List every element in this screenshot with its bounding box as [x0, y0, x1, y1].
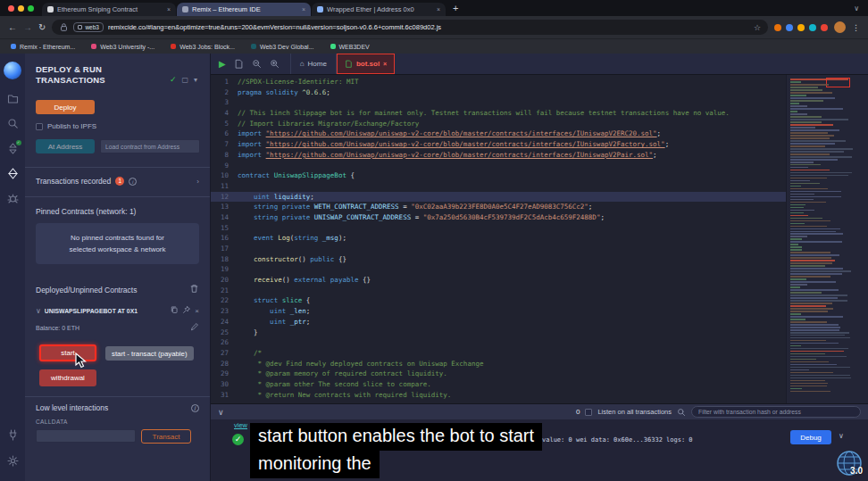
zoom-window-button[interactable]: [28, 5, 34, 12]
zoom-in-icon[interactable]: [270, 59, 280, 69]
tab-close-icon[interactable]: ×: [167, 6, 171, 12]
start-tooltip: start - transact (payable): [105, 346, 194, 361]
code-line: 2pragma solidity ^0.6.6;: [211, 87, 786, 98]
code-line: 22 struct slice {: [211, 295, 786, 306]
code-line: 28 * @dev Find newly deployed contracts …: [211, 359, 786, 369]
publish-ipfs-checkbox[interactable]: [36, 123, 43, 130]
solidity-compiler-icon[interactable]: ✓: [7, 143, 19, 154]
code-editor[interactable]: 1//SPDX-License-Identifier: MIT2pragma s…: [211, 75, 868, 403]
debugger-icon[interactable]: [7, 193, 19, 204]
script-icon[interactable]: [234, 59, 244, 69]
at-address-button[interactable]: At Address: [36, 139, 95, 153]
expand-log-icon[interactable]: ∨: [839, 432, 844, 440]
profile-avatar[interactable]: [834, 21, 846, 33]
extension-icon[interactable]: [774, 24, 781, 31]
group-label: web3: [85, 24, 99, 30]
code-line: 31 * @return New contracts with required…: [211, 390, 786, 401]
calldata-input[interactable]: [36, 429, 136, 443]
tab-home[interactable]: ⌂ Home: [290, 54, 337, 74]
run-icon[interactable]: ▶: [219, 60, 226, 69]
pin-icon[interactable]: [182, 305, 191, 316]
tx-log-line: value: 0 wei data: 0x60e...36332 logs: 0: [542, 436, 693, 444]
browser-tab[interactable]: Wrapped Ether | Address 0x0×: [312, 3, 446, 16]
settings-icon[interactable]: [7, 455, 19, 467]
minimap[interactable]: [786, 75, 868, 403]
balance-label: Balance: 0 ETH: [36, 325, 79, 331]
code-line: 5// Import Libraries Migrator/Exchange/F…: [211, 119, 786, 129]
code-line: 11: [211, 181, 786, 192]
transactions-count-badge: 1: [115, 177, 124, 186]
extension-icon[interactable]: [809, 24, 816, 31]
bookmark-item[interactable]: Web3 University -...: [91, 44, 154, 50]
code-line: 27 /*: [211, 348, 786, 359]
panel-expand-icon[interactable]: ▢: [181, 76, 188, 84]
tab-close-icon[interactable]: ×: [383, 61, 387, 67]
tab-group-chip[interactable]: web3: [73, 22, 104, 32]
browser-tab[interactable]: Remix – Ethereum IDE×: [177, 3, 311, 16]
trash-icon[interactable]: [189, 284, 199, 295]
tab-bot-sol[interactable]: bot.sol ×: [337, 54, 395, 74]
transactions-recorded-label: Transactions recorded: [36, 177, 111, 186]
tab-search-icon[interactable]: ∨: [854, 4, 868, 16]
start-button[interactable]: start: [39, 344, 96, 361]
panel-more-icon[interactable]: ▾: [194, 76, 197, 84]
forward-icon[interactable]: →: [23, 23, 32, 32]
info-icon: i: [129, 178, 137, 186]
code-line: 14 string private UNISWAP_CONTRACT_ADDRE…: [211, 212, 786, 223]
minimize-window-button[interactable]: [18, 5, 24, 12]
deployed-contracts-title: Deployed/Unpinned Contracts: [36, 284, 199, 295]
chevron-down-icon[interactable]: ∨: [36, 307, 41, 315]
debug-button[interactable]: Debug: [790, 430, 831, 444]
edit-pencil-icon[interactable]: [190, 322, 199, 333]
extension-icon[interactable]: [821, 24, 828, 31]
deploy-and-run-icon[interactable]: [7, 168, 19, 179]
bookmark-item[interactable]: Remix - Ethereum...: [11, 44, 75, 50]
code-line: 19: [211, 264, 786, 275]
close-window-button[interactable]: [8, 5, 14, 12]
bookmarks-bar: Remix - Ethereum...Web3 University -...W…: [0, 38, 868, 54]
reload-icon[interactable]: ↻: [38, 23, 46, 32]
zoom-out-icon[interactable]: [252, 59, 262, 69]
bookmark-star-icon[interactable]: ☆: [754, 23, 761, 32]
bookmark-item[interactable]: Web3 Dev Global...: [251, 44, 314, 50]
editor-area: ▶ ⌂ Home bot.sol ×: [211, 54, 868, 481]
extension-icon[interactable]: [786, 24, 793, 31]
code-line: 24 uint _ptr;: [211, 317, 786, 328]
omnibox[interactable]: web3 remixcide.co/#lang=en&optimize=true…: [52, 20, 768, 35]
bookmark-label: Web3 Jobs: Block...: [179, 44, 235, 50]
plugin-manager-icon[interactable]: [7, 429, 19, 441]
terminal-filter-input[interactable]: [691, 406, 861, 418]
copy-icon[interactable]: [170, 305, 179, 316]
tab-close-icon[interactable]: ×: [302, 6, 305, 12]
web3-watermark: 3.0: [835, 449, 864, 477]
deploy-run-panel: DEPLOY & RUN TRANSACTIONS ✓ ▢ ▾ Deploy P…: [25, 54, 211, 481]
at-address-input[interactable]: [100, 139, 200, 153]
listen-checkbox[interactable]: [585, 409, 592, 416]
deployed-contract-item[interactable]: ∨ UNISWAPSLIPPAGEBOT AT 0X1 ×: [36, 305, 199, 316]
terminal-collapse-icon[interactable]: ∨: [218, 408, 224, 417]
chevron-right-icon[interactable]: ›: [196, 178, 199, 186]
browser-tab[interactable]: Ethereum Sniping Contract×: [42, 3, 176, 16]
extension-icon[interactable]: [797, 24, 805, 31]
transact-button[interactable]: Transact: [141, 429, 191, 444]
window-controls: [0, 5, 42, 16]
tx-success-icon: ✓: [232, 434, 244, 445]
bookmark-item[interactable]: WEB3DEV: [330, 44, 370, 50]
transactions-recorded-row: Transactions recorded 1 i ›: [36, 177, 199, 186]
tab-close-icon[interactable]: ×: [437, 6, 440, 12]
new-tab-button[interactable]: +: [447, 3, 466, 16]
bookmark-item[interactable]: Web3 Jobs: Block...: [171, 44, 235, 50]
search-icon[interactable]: [7, 118, 19, 129]
code-line: 8import "https://github.com/Uniswap/unis…: [211, 150, 786, 161]
pinned-contracts-title: Pinned Contracts (network: 1): [36, 207, 199, 216]
file-explorer-icon[interactable]: [7, 93, 19, 104]
back-icon[interactable]: ←: [8, 23, 17, 32]
view-link[interactable]: view: [234, 421, 247, 429]
close-icon[interactable]: ×: [195, 307, 199, 315]
browser-menu-icon[interactable]: ⋮: [852, 23, 860, 32]
code-line: 4// This 1inch Slippage bot is for mainn…: [211, 108, 786, 119]
deploy-button[interactable]: Deploy: [36, 100, 95, 114]
code-line: 25 }: [211, 328, 786, 338]
remix-logo[interactable]: [4, 62, 21, 79]
withdrawal-button[interactable]: withdrawal: [39, 369, 96, 386]
